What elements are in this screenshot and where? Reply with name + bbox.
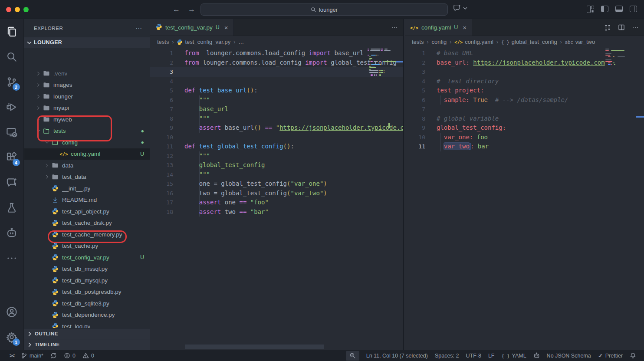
window-controls[interactable] <box>6 7 29 12</box>
customize-layout-icon[interactable] <box>587 6 594 12</box>
tree-item-test_data[interactable]: test_data <box>24 171 150 183</box>
maximize-window-button[interactable] <box>23 7 29 12</box>
status-robot[interactable] <box>530 350 543 361</box>
tree-item-test_db_mysql.py[interactable]: test_db_mysql.py <box>24 275 150 286</box>
status-ln-11-col-10-7-selected[interactable]: Ln 11, Col 10 (7 selected) <box>363 350 431 361</box>
toggle-primary-sidebar-icon[interactable] <box>601 6 608 12</box>
activity-settings-gear-button[interactable]: 1 <box>0 325 24 350</box>
activity-test-beaker-button[interactable] <box>0 195 24 220</box>
tree-item-README.md[interactable]: README.md <box>24 194 150 206</box>
breadcrumb[interactable]: tests›config›</>config.yaml›{ }global_te… <box>405 36 644 48</box>
editor-action-compare-icon[interactable] <box>604 24 611 31</box>
code-line[interactable]: 15 one = global_test_config("var_one") <box>150 179 403 189</box>
minimize-window-button[interactable] <box>15 7 20 12</box>
breadcrumb[interactable]: tests›test_config_var.py›… <box>150 36 403 48</box>
code-editor[interactable]: 1from lounger.commons.load_config import… <box>150 48 403 350</box>
code-line[interactable]: 8 """ <box>150 114 403 124</box>
code-line[interactable]: 11def test_global_test_config(): <box>150 142 403 151</box>
copilot-menu[interactable] <box>453 4 467 12</box>
status-yaml[interactable]: { }YAML <box>498 350 530 361</box>
close-window-button[interactable] <box>6 7 11 12</box>
breadcrumb-item[interactable]: test_config_var.py <box>177 39 230 45</box>
breadcrumb-item[interactable]: config <box>431 39 447 45</box>
code-line[interactable]: 6 sample: True # --> /datas/sample/ <box>405 95 644 105</box>
toggle-secondary-sidebar-icon[interactable] <box>630 6 637 12</box>
tree-item-myweb[interactable]: myweb <box>24 114 150 125</box>
status-lf[interactable]: LF <box>485 350 498 361</box>
code-line[interactable]: 9 assert base_url() == "https://jsonplac… <box>150 123 403 133</box>
tab-close-icon[interactable]: × <box>463 24 467 31</box>
tree-item-myapi[interactable]: myapi <box>24 102 150 114</box>
explorer-more-icon[interactable]: ⋯ <box>135 24 143 32</box>
code-line[interactable]: 7 <box>405 105 644 114</box>
code-line[interactable]: 10 <box>150 133 403 142</box>
activity-robot-button[interactable] <box>0 220 24 246</box>
activity-extensions-button[interactable]: 4 <box>0 145 24 170</box>
code-line[interactable]: 3 <box>150 67 403 77</box>
status-prettier[interactable]: ✓✓Prettier <box>595 350 626 361</box>
code-line[interactable]: 6 """ <box>150 95 403 105</box>
tree-item-test_db_sqlite3.py[interactable]: test_db_sqlite3.py <box>24 298 150 309</box>
command-center-search[interactable]: lounger <box>200 3 448 16</box>
activity-chat-sparkle-button[interactable] <box>0 170 24 195</box>
code-line[interactable]: 16 two = global_test_config("var_two") <box>150 189 403 198</box>
code-line[interactable]: 1from lounger.commons.load_config import… <box>150 49 403 58</box>
code-line[interactable]: 13 global_test_config <box>150 161 403 170</box>
tree-item-test_cache_memory.py[interactable]: test_cache_memory.py <box>24 229 150 240</box>
breadcrumb-item[interactable]: tests <box>412 39 424 45</box>
editor-action-more-icon[interactable] <box>632 24 639 31</box>
tree-item-data[interactable]: data <box>24 160 150 171</box>
code-line[interactable]: 8# global variable <box>405 114 644 124</box>
tree-item-.venv[interactable]: .venv <box>24 68 150 79</box>
code-line[interactable]: 17 assert one == "foo" <box>150 198 403 207</box>
horizontal-scrollbar[interactable] <box>185 345 324 349</box>
code-line[interactable]: 2from lounger.commons.load_config import… <box>150 58 403 68</box>
code-line[interactable]: 11 var_two: bar <box>405 142 644 151</box>
editor-action-more-icon[interactable] <box>391 24 398 31</box>
editor-tab-config.yaml[interactable]: </> config.yaml U × <box>405 19 472 36</box>
breadcrumb-item[interactable]: </>config.yaml <box>454 39 493 45</box>
activity-files-button[interactable] <box>0 19 24 44</box>
code-line[interactable]: 9global_test_config: <box>405 123 644 133</box>
activity-source-control-button[interactable]: 2 <box>0 69 24 95</box>
status-no-json-schema[interactable]: No JSON Schema <box>543 350 595 361</box>
tree-item-tests[interactable]: tests● <box>24 125 150 137</box>
minimap[interactable] <box>605 49 636 65</box>
status-0[interactable]: 0 <box>60 350 79 361</box>
tree-item-__init__.py[interactable]: __init__.py <box>24 183 150 194</box>
activity-search-button[interactable] <box>0 44 24 69</box>
timeline-section-header[interactable]: TIMELINE <box>24 339 150 350</box>
status-remote[interactable]: >< <box>6 350 17 361</box>
tree-item-test_api_object.py[interactable]: test_api_object.py <box>24 206 150 217</box>
status-main[interactable]: main* <box>17 350 47 361</box>
editor-tab-test_config_var.py[interactable]: test_config_var.py U × <box>150 19 234 36</box>
code-line[interactable]: 4# test directory <box>405 77 644 86</box>
activity-remote-explorer-button[interactable] <box>0 120 24 145</box>
toggle-panel-icon[interactable] <box>615 6 623 12</box>
code-line[interactable]: 14 """ <box>150 170 403 180</box>
outline-section-header[interactable]: OUTLINE <box>24 328 150 339</box>
code-line[interactable]: 3 <box>405 67 644 77</box>
code-line[interactable]: 12 """ <box>150 151 403 161</box>
tree-item-test_db_mssql.py[interactable]: test_db_mssql.py <box>24 263 150 275</box>
status-bell[interactable] <box>626 350 640 361</box>
code-line[interactable]: 5def test_base_url(): <box>150 86 403 95</box>
code-line[interactable]: 10 var_one: foo <box>405 133 644 142</box>
workspace-root-row[interactable]: LOUNGER <box>24 37 150 48</box>
code-line[interactable]: 4 <box>150 77 403 86</box>
status-sync[interactable] <box>47 350 60 361</box>
tree-item-test_dependence.py[interactable]: test_dependence.py <box>24 309 150 321</box>
activity-account-button[interactable] <box>0 299 24 325</box>
status-spaces-2[interactable]: Spaces: 2 <box>431 350 463 361</box>
code-line[interactable]: 5test_project: <box>405 86 644 95</box>
breadcrumb-item[interactable]: tests <box>157 39 169 45</box>
status-0[interactable]: 0 <box>79 350 98 361</box>
minimap[interactable] <box>368 49 398 76</box>
code-line[interactable]: 18 assert two == "bar" <box>150 207 403 217</box>
code-line[interactable]: 7 base_url <box>150 105 403 114</box>
tree-item-images[interactable]: images <box>24 79 150 91</box>
tree-item-config.yaml[interactable]: </>config.yamlU <box>24 148 150 160</box>
tree-item-test_db_postgresdb.py[interactable]: test_db_postgresdb.py <box>24 286 150 298</box>
status-utf-8[interactable]: UTF-8 <box>463 350 485 361</box>
code-editor[interactable]: 1# base URL2base_url: https://jsonplaceh… <box>405 48 644 350</box>
